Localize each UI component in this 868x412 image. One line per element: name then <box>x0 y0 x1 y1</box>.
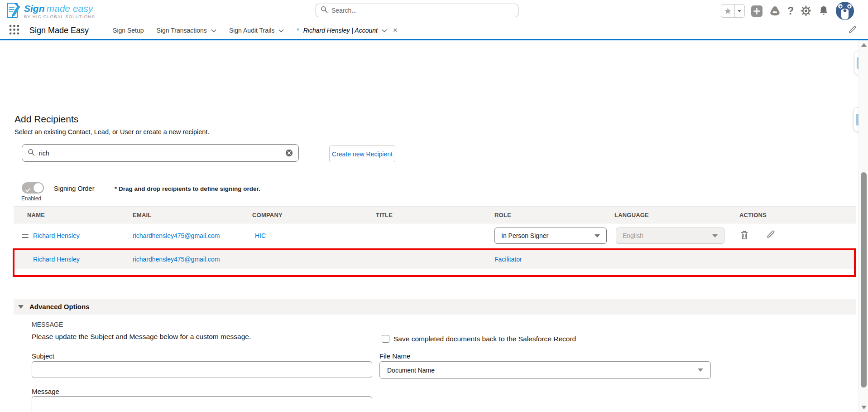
recipient-email-link[interactable]: richardhensley475@gmail.com <box>133 256 220 263</box>
chevron-down-icon[interactable] <box>278 27 284 34</box>
save-documents-label: Save completed documents back to the Sal… <box>393 335 576 343</box>
add-recipients-title: Add Recipients <box>14 114 78 125</box>
toggle-knob <box>34 183 43 193</box>
col-header-company: COMPANY <box>252 212 283 218</box>
search-icon <box>28 149 35 158</box>
recipient-search[interactable] <box>22 144 299 162</box>
subject-input[interactable] <box>32 361 372 378</box>
signing-order-toggle[interactable] <box>22 182 44 194</box>
brand-name-emph: Sign <box>24 3 45 14</box>
edit-nav-pencil-icon[interactable] <box>849 26 856 35</box>
chevron-down-icon <box>698 368 703 372</box>
save-documents-checkbox[interactable] <box>382 335 389 343</box>
drag-drop-hint: * Drag and drop recipients to define sig… <box>115 185 260 192</box>
subject-label: Subject <box>32 352 54 360</box>
setup-gear-icon[interactable] <box>800 5 812 17</box>
message-section-label: MESSAGE <box>32 321 63 328</box>
scroll-down-arrow-icon[interactable] <box>861 406 867 409</box>
language-select[interactable]: English <box>616 228 724 244</box>
chevron-down-icon[interactable] <box>211 27 216 34</box>
file-name-select-value: Document Name <box>387 367 435 374</box>
recipient-role-link[interactable]: Facilitator <box>494 256 522 263</box>
record-tab-label: Richard Hensley | Account <box>303 27 378 34</box>
chevron-down-icon <box>712 234 718 238</box>
col-header-language: LANGUAGE <box>614 212 649 218</box>
recipient-email-link[interactable]: richardhensley475@gmail.com <box>133 232 220 239</box>
tab-label: Sign Setup <box>113 27 144 34</box>
recipient-company-link[interactable]: HIC <box>255 232 266 239</box>
col-header-name: NAME <box>27 212 45 218</box>
help-icon[interactable]: ? <box>787 6 794 16</box>
language-select-value: English <box>623 232 643 239</box>
clear-search-icon[interactable] <box>285 149 293 157</box>
role-select-value: In Person Signer <box>501 232 548 239</box>
vertical-scrollbar[interactable] <box>858 40 868 412</box>
global-header: Signmade easy BY HIC GLOBAL SOLUTIONS <box>0 0 868 22</box>
highlighted-recipient-row: Richard Hensley richardhensley475@gmail.… <box>13 248 856 277</box>
scrollbar-thumb[interactable] <box>861 172 867 388</box>
signing-order-state: Enabled <box>21 195 41 202</box>
signing-order-label: Signing Order <box>54 185 94 192</box>
close-tab-icon[interactable]: × <box>393 26 398 35</box>
tab-label: Sign Audit Trails <box>229 27 274 34</box>
create-new-recipient-button[interactable]: Create new Recipient <box>329 145 395 162</box>
brand-text: Signmade easy BY HIC GLOBAL SOLUTIONS <box>24 4 95 19</box>
tab-record-richard-hensley-account[interactable]: * Richard Hensley | Account × <box>297 26 398 35</box>
triangle-down-icon <box>18 305 24 309</box>
document-pencil-logo-icon <box>6 2 21 21</box>
unsaved-indicator: * <box>297 27 299 34</box>
header-actions: ? <box>721 0 854 22</box>
app-window: Signmade easy BY HIC GLOBAL SOLUTIONS <box>0 0 868 412</box>
trailhead-icon[interactable] <box>769 5 781 17</box>
message-section-hint: Please update the Subject and Message be… <box>32 333 251 341</box>
brand-tagline: BY HIC GLOBAL SOLUTIONS <box>24 14 95 19</box>
nav-bar: Sign Made Easy Sign Setup Sign Transacti… <box>0 22 868 40</box>
tab-label: Sign Transactions <box>157 27 207 34</box>
global-search[interactable] <box>316 4 518 17</box>
user-avatar[interactable] <box>835 1 854 20</box>
edit-recipient-pencil-icon[interactable] <box>767 230 775 240</box>
recipient-search-input[interactable] <box>39 150 285 157</box>
advanced-options-expander[interactable]: Advanced Options <box>14 299 856 315</box>
drag-handle-icon[interactable] <box>22 234 29 240</box>
message-textarea[interactable] <box>32 396 372 412</box>
check-icon <box>25 186 30 194</box>
file-name-select[interactable]: Document Name <box>379 361 711 379</box>
recipient-name-link[interactable]: Richard Hensley <box>33 232 80 239</box>
col-header-title: TITLE <box>376 212 393 218</box>
col-header-role: ROLE <box>494 212 511 218</box>
tab-sign-setup[interactable]: Sign Setup <box>113 27 144 34</box>
role-select[interactable]: In Person Signer <box>494 228 607 244</box>
chevron-down-icon[interactable] <box>382 27 387 34</box>
table-row: Richard Hensley richardhensley475@gmail.… <box>14 223 856 248</box>
favorite-star-icon[interactable] <box>721 5 735 17</box>
chevron-down-icon <box>595 234 600 238</box>
global-actions-add-icon[interactable] <box>751 5 762 17</box>
file-name-label: File Name <box>379 352 410 360</box>
favorites-dropdown-icon[interactable] <box>735 5 744 17</box>
notifications-bell-icon[interactable] <box>818 5 829 17</box>
advanced-options-title: Advanced Options <box>29 303 90 310</box>
global-search-input[interactable] <box>331 7 513 14</box>
scroll-up-arrow-icon[interactable] <box>861 43 867 47</box>
message-label: Message <box>32 388 59 395</box>
app-name: Sign Made Easy <box>29 26 89 35</box>
favorites-button[interactable] <box>721 4 745 18</box>
app-launcher-icon[interactable] <box>9 24 19 37</box>
search-icon <box>321 6 328 15</box>
add-recipients-subtitle: Select an existing Contact, Lead, or Use… <box>14 128 209 136</box>
recipient-name-link[interactable]: Richard Hensley <box>33 256 80 263</box>
tab-sign-transactions[interactable]: Sign Transactions <box>157 27 216 34</box>
brand-name-rest: made easy <box>47 3 93 14</box>
col-header-email: EMAIL <box>133 212 151 218</box>
delete-recipient-trash-icon[interactable] <box>740 230 748 242</box>
tab-sign-audit-trails[interactable]: Sign Audit Trails <box>229 27 284 34</box>
col-header-actions: ACTIONS <box>739 212 767 218</box>
brand-logo: Signmade easy BY HIC GLOBAL SOLUTIONS <box>6 2 95 21</box>
recipients-table-header: NAME EMAIL COMPANY TITLE ROLE LANGUAGE A… <box>14 206 856 223</box>
